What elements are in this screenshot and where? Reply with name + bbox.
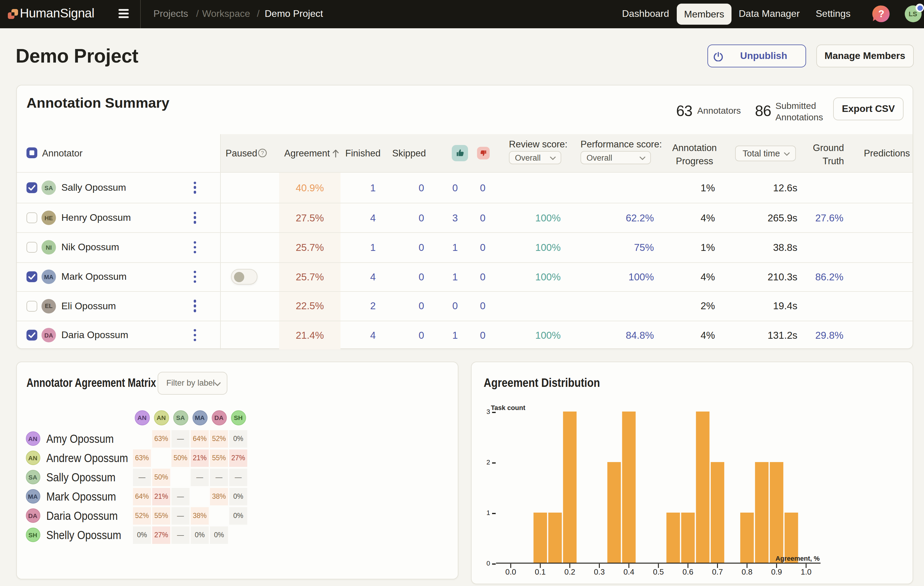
svg-text:0.8: 0.8 [742, 567, 752, 576]
svg-text:Task count: Task count [491, 404, 525, 411]
svg-text:0.7: 0.7 [712, 567, 723, 576]
svg-text:2: 2 [486, 459, 490, 466]
svg-text:0.4: 0.4 [624, 567, 634, 576]
svg-text:1: 1 [486, 509, 490, 517]
svg-text:?: ? [878, 8, 884, 19]
svg-text:0.1: 0.1 [535, 567, 546, 576]
svg-text:0.5: 0.5 [653, 567, 664, 576]
svg-text:0: 0 [486, 560, 490, 567]
svg-text:0.3: 0.3 [594, 567, 605, 576]
svg-text:0.2: 0.2 [564, 567, 575, 576]
svg-text:0.9: 0.9 [771, 567, 782, 576]
svg-text:?: ? [261, 150, 264, 156]
svg-text:0.6: 0.6 [683, 567, 693, 576]
svg-text:Agreement, %: Agreement, % [776, 555, 820, 562]
svg-text:3: 3 [486, 408, 490, 416]
svg-text:1.0: 1.0 [801, 567, 812, 576]
svg-text:0.0: 0.0 [505, 567, 516, 576]
